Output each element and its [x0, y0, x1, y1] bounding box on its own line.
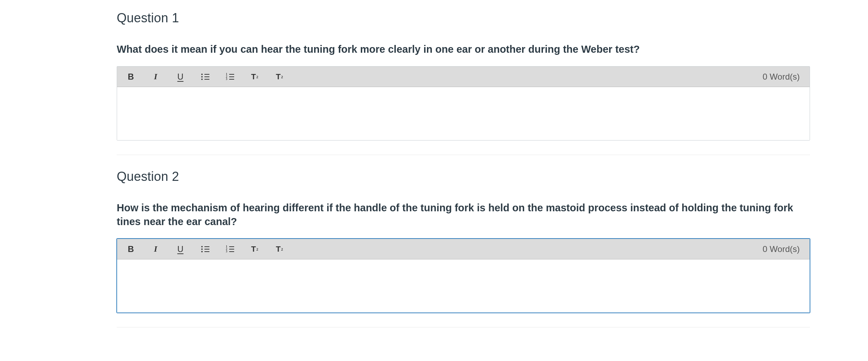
superscript-button[interactable]: T2	[242, 67, 267, 87]
numbered-list-icon: 1 2 3	[226, 73, 234, 81]
superscript-button[interactable]: T2	[242, 239, 267, 259]
bold-button[interactable]: B	[118, 239, 143, 259]
rich-text-editor: B I U 1 2 3	[117, 66, 810, 141]
underline-button[interactable]: U	[168, 239, 193, 259]
word-count: 0 Word(s)	[763, 244, 806, 254]
italic-button[interactable]: I	[143, 239, 168, 259]
answer-textarea[interactable]	[117, 259, 810, 313]
numbered-list-button[interactable]: 1 2 3	[218, 67, 242, 87]
bullet-list-icon	[201, 245, 209, 253]
rich-text-editor: B I U 1 2 3	[117, 239, 810, 313]
editor-toolbar: B I U 1 2 3	[117, 239, 810, 259]
italic-button[interactable]: I	[143, 67, 168, 87]
bullet-list-button[interactable]	[193, 67, 218, 87]
answer-textarea[interactable]	[117, 87, 810, 140]
bullet-list-button[interactable]	[193, 239, 218, 259]
subscript-button[interactable]: T2	[267, 239, 292, 259]
numbered-list-button[interactable]: 1 2 3	[218, 239, 242, 259]
question-prompt: How is the mechanism of hearing differen…	[117, 201, 810, 229]
word-count: 0 Word(s)	[763, 72, 806, 82]
question-1: Question 1 What does it mean if you can …	[117, 11, 810, 155]
question-title: Question 1	[117, 11, 810, 25]
question-2: Question 2 How is the mechanism of heari…	[117, 169, 810, 327]
bullet-list-icon	[201, 73, 209, 81]
numbered-list-icon: 1 2 3	[226, 245, 234, 253]
underline-button[interactable]: U	[168, 67, 193, 87]
editor-toolbar: B I U 1 2 3	[117, 67, 810, 87]
question-prompt: What does it mean if you can hear the tu…	[117, 42, 810, 56]
question-title: Question 2	[117, 169, 810, 184]
subscript-button[interactable]: T2	[267, 67, 292, 87]
bold-button[interactable]: B	[118, 67, 143, 87]
